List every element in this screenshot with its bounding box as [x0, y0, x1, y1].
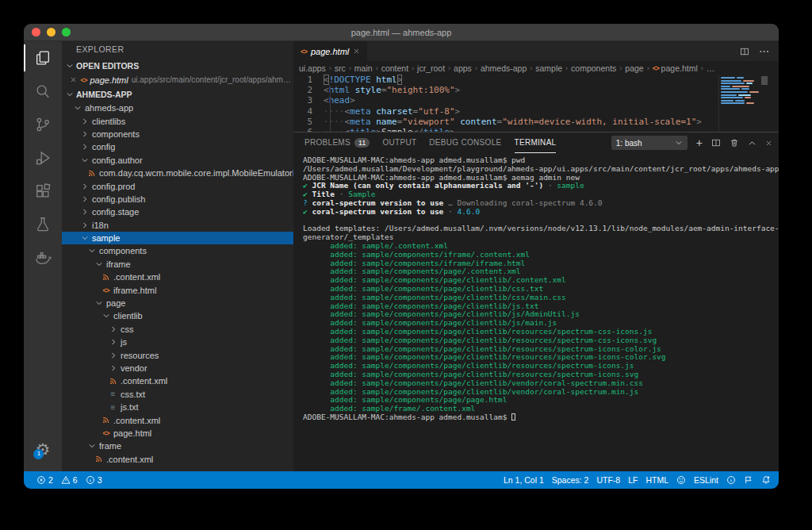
- terminal-shell-select[interactable]: 1: bash: [611, 136, 688, 150]
- tab-page-html[interactable]: <> page.html: [293, 41, 367, 61]
- breadcrumb-item[interactable]: ui.apps: [299, 63, 326, 73]
- tree-item-content-xml[interactable]: .content.xml: [62, 413, 293, 426]
- tree-item-content-xml[interactable]: .content.xml: [62, 453, 293, 466]
- tree-item-frame[interactable]: frame: [62, 440, 293, 452]
- code-editor[interactable]: 1<!DOCTYPE html>2<html style="height:100…: [293, 75, 779, 132]
- tree-item-sample[interactable]: sample: [62, 232, 293, 244]
- tree-item-label: css: [121, 325, 134, 334]
- tree-item-content-xml[interactable]: .content.xml: [62, 271, 293, 283]
- breadcrumb-item[interactable]: sample: [535, 63, 562, 73]
- tree-item-com-day-cq-wcm-mobile-core-impl-mobileemulatorp[interactable]: com.day.cq.wcm.mobile.core.impl.MobileEm…: [62, 167, 293, 179]
- tree-item-ahmeds-app[interactable]: ahmeds-app: [62, 102, 293, 114]
- split-editor-icon[interactable]: [740, 47, 749, 56]
- panel-tab-output[interactable]: OUTPUT: [382, 132, 416, 153]
- tree-item-clientlibs[interactable]: clientlibs: [62, 114, 293, 127]
- new-terminal-icon[interactable]: +: [696, 137, 703, 148]
- breadcrumb-item[interactable]: content: [381, 63, 408, 73]
- close-panel-icon[interactable]: [765, 140, 772, 147]
- breadcrumb-item[interactable]: page: [625, 63, 643, 73]
- close-icon[interactable]: [70, 76, 77, 83]
- status-ln-1-col-1[interactable]: Ln 1, Col 1: [504, 475, 544, 485]
- close-tab-icon[interactable]: [353, 48, 360, 55]
- code-line: 1<!DOCTYPE html>: [293, 75, 779, 85]
- docker-icon[interactable]: [24, 241, 62, 275]
- chevron-down-icon: [87, 247, 96, 255]
- open-editor-filepath: ui.apps/src/main/content/jcr_root/apps/a…: [132, 75, 293, 84]
- explorer-icon[interactable]: [24, 41, 62, 75]
- source-control-icon[interactable]: [24, 108, 62, 141]
- status-html[interactable]: HTML: [645, 475, 668, 485]
- tree-item-css[interactable]: css: [62, 323, 293, 336]
- breadcrumb-item[interactable]: ahmeds-app: [481, 63, 527, 73]
- panel-tab-debug-console[interactable]: DEBUG CONSOLE: [429, 132, 501, 153]
- minimap-slider[interactable]: [761, 76, 768, 85]
- tree-item-resources[interactable]: resources: [62, 348, 293, 361]
- split-terminal-icon[interactable]: [711, 138, 721, 148]
- kill-terminal-icon[interactable]: [730, 138, 739, 148]
- breadcrumb-item[interactable]: <>page.html: [653, 63, 698, 73]
- line-number: 1: [293, 75, 324, 85]
- info-icon[interactable]: [726, 475, 736, 485]
- status-lf[interactable]: LF: [628, 475, 638, 485]
- breadcrumb-item[interactable]: main: [354, 63, 373, 73]
- settings-badge: 1: [33, 449, 44, 459]
- status-eslint[interactable]: ESLint: [694, 475, 718, 485]
- breadcrumb-item[interactable]: src: [335, 63, 346, 73]
- more-actions-icon[interactable]: ⋯: [759, 45, 769, 57]
- tree-item-page[interactable]: page: [62, 297, 293, 309]
- extensions-icon[interactable]: [24, 175, 62, 208]
- close-window-button[interactable]: [32, 28, 40, 36]
- panel-tab-problems[interactable]: PROBLEMS11: [304, 132, 370, 153]
- tree-item-label: .content.xml: [113, 416, 160, 425]
- breadcrumb-item[interactable]: jcr_root: [417, 63, 445, 73]
- tree-item-config[interactable]: config: [62, 140, 293, 153]
- run-debug-icon[interactable]: [24, 141, 62, 175]
- settings-gear-icon[interactable]: ⚙ 1: [36, 441, 51, 458]
- open-editor-item[interactable]: <> page.html ui.apps/src/main/content/jc…: [62, 73, 293, 86]
- open-editors-header[interactable]: OPEN EDITORS: [62, 58, 293, 73]
- breadcrumb-item[interactable]: …: [707, 63, 715, 73]
- tree-item-iframe[interactable]: iframe: [62, 258, 293, 271]
- tree-item-vendor[interactable]: vendor: [62, 362, 293, 374]
- tree-item-config-prod[interactable]: config.prod: [62, 179, 293, 192]
- breadcrumb-separator: ›: [475, 64, 477, 72]
- maximize-panel-icon[interactable]: [748, 139, 756, 148]
- tree-item-css-txt[interactable]: ≡css.txt: [62, 388, 293, 401]
- feedback-icon[interactable]: [744, 475, 753, 485]
- tree-item-config-author[interactable]: config.author: [62, 154, 293, 167]
- problems-infos[interactable]: 3: [86, 475, 102, 485]
- panel-tab-terminal[interactable]: TERMINAL: [515, 132, 557, 153]
- minimap[interactable]: [718, 75, 769, 132]
- tree-item-js[interactable]: js: [62, 336, 293, 348]
- problems-warnings[interactable]: 6: [61, 475, 78, 485]
- search-icon[interactable]: [24, 75, 62, 108]
- smiley-icon[interactable]: [676, 475, 686, 485]
- tree-item-config-publish[interactable]: config.publish: [62, 193, 293, 205]
- chevron-down-icon: [87, 442, 96, 450]
- chevron-right-icon: [80, 130, 89, 138]
- tree-item-clientlib[interactable]: clientlib: [62, 309, 293, 322]
- code-line: 5····<meta name="viewport" content="widt…: [293, 117, 779, 127]
- bell-dot-icon[interactable]: [761, 475, 771, 485]
- tree-item-page-html[interactable]: <>page.html: [62, 427, 293, 440]
- tree-item-i18n[interactable]: i18n: [62, 219, 293, 232]
- minimize-window-button[interactable]: [47, 28, 56, 36]
- zoom-window-button[interactable]: [62, 28, 71, 36]
- tree-item-iframe-html[interactable]: <>iframe.html: [62, 283, 293, 296]
- status-spaces-2[interactable]: Spaces: 2: [552, 475, 589, 485]
- test-beaker-icon[interactable]: [24, 208, 62, 241]
- status-utf-8[interactable]: UTF-8: [596, 475, 620, 485]
- workspace-section-header[interactable]: AHMEDS-APP: [62, 86, 293, 102]
- problems-errors[interactable]: 2: [36, 475, 53, 485]
- tree-item-js-txt[interactable]: ≡js.txt: [62, 401, 293, 413]
- chevron-right-icon: [80, 195, 89, 203]
- tree-item-config-stage[interactable]: config.stage: [62, 205, 293, 218]
- tree-item-components[interactable]: components: [62, 244, 293, 257]
- tree-item-components[interactable]: components: [62, 128, 293, 140]
- breadcrumb-item[interactable]: apps: [454, 63, 472, 73]
- tree-item-content-xml[interactable]: .content.xml: [62, 374, 293, 387]
- tree-item-label: css.txt: [121, 390, 145, 399]
- terminal-output[interactable]: ADOBE-MUSALLAM-MAC:ahmeds-app admed.musa…: [293, 153, 779, 471]
- breadcrumb-item[interactable]: components: [571, 63, 616, 73]
- xml-file-icon: [94, 455, 103, 463]
